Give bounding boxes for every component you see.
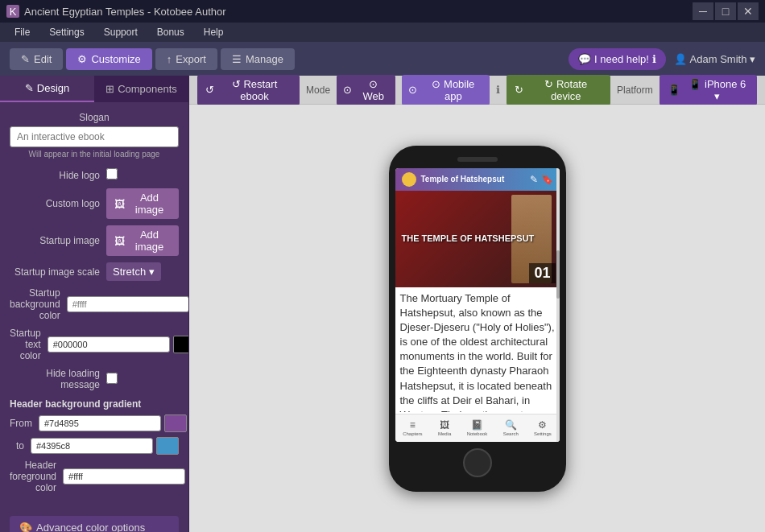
menu-file[interactable]: File (6, 25, 38, 39)
phone-speaker (457, 157, 498, 162)
mobile-mode-button[interactable]: ⊙ ⊙ Mobile app (402, 75, 490, 105)
main-area: ✎ Design ⊞ Components Slogan Will appear… (0, 76, 765, 532)
startup-text-input[interactable] (48, 336, 170, 353)
settings-label: Settings (534, 431, 552, 436)
customize-icon: ⚙ (77, 53, 87, 65)
nav-media[interactable]: 🖼 Media (438, 419, 451, 436)
scrollbar-track (556, 168, 560, 442)
app-logo (402, 172, 416, 187)
slogan-input[interactable] (10, 126, 179, 147)
search-label: Search (503, 431, 519, 436)
slogan-hint: Will appear in the initial loading page (10, 150, 179, 159)
phone-screen: Temple of Hatshepsut ✎ 🔖 THE TEMPLE OF H… (395, 168, 560, 442)
close-button[interactable]: ✕ (738, 2, 759, 20)
hide-loading-checkbox[interactable] (106, 373, 118, 384)
startup-bg-label: Startup background color (10, 287, 67, 321)
nav-chapters[interactable]: ≡ Chapters (403, 419, 422, 436)
custom-logo-label: Custom logo (10, 198, 106, 209)
platform-label: Platform (617, 85, 653, 96)
edit-button[interactable]: ✎ Edit (10, 48, 63, 70)
startup-bg-input[interactable] (67, 296, 189, 312)
web-icon: ⊙ (343, 84, 352, 96)
help-button[interactable]: 💬 I need help! ℹ (569, 48, 666, 70)
startup-scale-row: Startup image scale Stretch ▾ (10, 262, 179, 281)
minimize-button[interactable]: ─ (693, 2, 713, 20)
media-label: Media (438, 431, 451, 436)
bottom-buttons: 🎨 Advanced color options ↺ Reset to defa… (0, 509, 188, 532)
left-panel: ✎ Design ⊞ Components Slogan Will appear… (0, 76, 189, 532)
startup-text-swatch[interactable] (173, 336, 189, 353)
preview-toolbar: ↺ ↺ Restart ebook Mode ⊙ ⊙ Web ⊙ ⊙ Mobil… (189, 76, 765, 105)
header-fg-input[interactable] (63, 468, 185, 485)
rotate-icon: ↻ (515, 84, 523, 96)
add-startup-image-button[interactable]: 🖼 Add image (106, 225, 179, 256)
rotate-device-button[interactable]: ↻ ↻ Rotate device (507, 75, 610, 105)
platform-select-button[interactable]: 📱 📱 iPhone 6 ▾ (660, 75, 757, 105)
maximize-button[interactable]: □ (715, 2, 736, 20)
startup-text-row: Startup text color (10, 328, 179, 361)
design-icon: ✎ (25, 82, 34, 94)
menu-help[interactable]: Help (196, 25, 232, 39)
chapters-icon: ≡ (410, 419, 416, 431)
notebook-label: Notebook (467, 431, 488, 436)
startup-bg-row: Startup background color (10, 287, 179, 321)
gradient-to-row: to (10, 437, 179, 455)
nav-search[interactable]: 🔍 Search (503, 419, 519, 436)
notebook-icon: 📓 (471, 419, 483, 431)
nav-notebook[interactable]: 📓 Notebook (467, 419, 488, 436)
hide-loading-label: Hide loading message (10, 368, 106, 390)
menu-settings[interactable]: Settings (41, 25, 92, 39)
to-label: to (10, 440, 31, 452)
cover-title: THE TEMPLE OF HATSHEPSUT (395, 226, 541, 250)
search-icon: 🔍 (505, 419, 517, 431)
mobile-icon: ⊙ (408, 84, 417, 96)
hide-logo-label: Hide logo (10, 170, 106, 181)
user-menu-button[interactable]: 👤 Adam Smith ▾ (674, 53, 755, 65)
bookmark-screen-icon: 🔖 (541, 174, 553, 185)
menu-support[interactable]: Support (96, 25, 146, 39)
header-fg-label: Header foreground color (10, 460, 63, 493)
preview-area: Temple of Hatshepsut ✎ 🔖 THE TEMPLE OF H… (189, 105, 765, 532)
startup-scale-label: Startup image scale (10, 266, 106, 278)
gradient-to-swatch[interactable] (156, 437, 179, 455)
phone-home-button[interactable] (463, 448, 492, 477)
panel-tabs: ✎ Design ⊞ Components (0, 76, 188, 102)
export-button[interactable]: ↑ Export (155, 48, 217, 70)
manage-icon: ☰ (232, 53, 242, 65)
add-logo-button[interactable]: 🖼 Add image (106, 188, 179, 219)
hide-logo-row: Hide logo (10, 168, 179, 182)
screen-body-text: The Mortuary Temple of Hatshepsut, also … (395, 287, 560, 412)
gradient-from-swatch[interactable] (164, 414, 187, 432)
restart-ebook-button[interactable]: ↺ ↺ Restart ebook (197, 75, 300, 105)
startup-scale-dropdown[interactable]: Stretch ▾ (106, 262, 161, 281)
manage-button[interactable]: ☰ Manage (221, 48, 295, 70)
from-label: From (10, 418, 39, 429)
tab-components[interactable]: ⊞ Components (94, 76, 188, 102)
web-mode-button[interactable]: ⊙ ⊙ Web (337, 75, 395, 105)
media-icon: 🖼 (440, 419, 449, 431)
advanced-color-button[interactable]: 🎨 Advanced color options (10, 516, 179, 532)
restart-icon: ↺ (205, 84, 214, 96)
phone-icon: 📱 (668, 84, 680, 96)
scrollbar-thumb[interactable] (556, 250, 560, 299)
gradient-to-input[interactable] (31, 438, 153, 454)
body-text: The Mortuary Temple of Hatshepsut, also … (400, 292, 555, 412)
chapters-label: Chapters (403, 431, 422, 436)
nav-settings[interactable]: ⚙ Settings (534, 419, 552, 436)
tab-design[interactable]: ✎ Design (0, 76, 94, 102)
phone-device: Temple of Hatshepsut ✎ 🔖 THE TEMPLE OF H… (389, 146, 566, 492)
edit-screen-icon: ✎ (530, 174, 538, 185)
gradient-from-input[interactable] (39, 415, 161, 431)
menu-bonus[interactable]: Bonus (149, 25, 192, 39)
screen-header: Temple of Hatshepsut ✎ 🔖 (395, 168, 560, 191)
hide-logo-checkbox[interactable] (106, 168, 118, 179)
components-icon: ⊞ (105, 83, 114, 95)
customize-button[interactable]: ⚙ Customize (66, 48, 151, 70)
help-icon: 💬 (578, 53, 591, 65)
mode-label: Mode (306, 85, 330, 96)
chevron-down-icon: ▾ (149, 266, 155, 278)
app-icon: K (6, 5, 19, 18)
info-icon: ℹ (496, 84, 500, 96)
edit-icon: ✎ (21, 53, 30, 65)
settings-icon: ⚙ (538, 419, 547, 431)
